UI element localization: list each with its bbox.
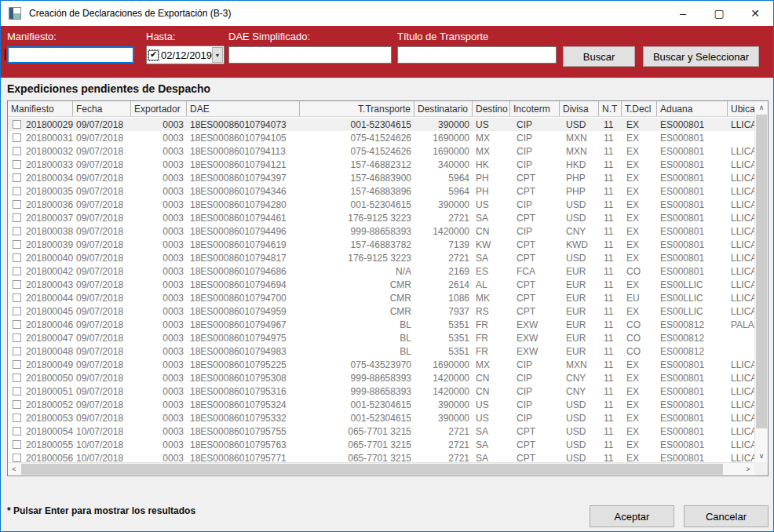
column-header[interactable]: Ubicació [728,101,754,117]
cell: CIP [510,373,560,384]
column-header[interactable]: Manifiesto [8,101,73,117]
cell: 11 [599,253,622,264]
table-row[interactable]: 20180005009/07/2018000318ES0008601079530… [8,371,754,384]
row-checkbox[interactable] [13,454,21,462]
table-row[interactable]: 20180003609/07/2018000318ES0008601079428… [8,198,754,211]
row-checkbox[interactable] [13,414,21,422]
horizontal-scroll-thumb[interactable] [21,464,723,475]
scroll-right-icon[interactable]: > [742,463,754,476]
scroll-left-icon[interactable]: < [8,463,20,476]
table-row[interactable]: 20180003909/07/2018000318ES0008601079461… [8,238,754,251]
chevron-down-icon[interactable]: ▼ [212,47,223,63]
cell: 390000 [414,119,473,130]
column-header[interactable]: Incoterm [510,101,560,117]
buscar-button[interactable]: Buscar [563,46,635,67]
table-row[interactable]: 20180005209/07/2018000318ES0008601079532… [8,398,754,411]
column-header[interactable]: N.T [599,101,622,117]
table-row[interactable]: 20180004409/07/2018000318ES0008601079470… [8,291,754,304]
column-header[interactable]: Exportador [131,101,187,117]
row-checkbox[interactable] [13,227,21,235]
table-row[interactable]: 20180004209/07/2018000318ES0008601079468… [8,264,754,278]
row-checkbox[interactable] [13,240,21,249]
cell: 18ES00086010794280 [187,199,300,210]
table-row[interactable]: 20180003309/07/2018000318ES0008601079412… [8,158,754,171]
vertical-scrollbar[interactable]: ∧ ∨ [754,101,768,462]
scroll-down-icon[interactable]: ∨ [755,450,768,462]
dae-simplificado-input[interactable] [228,46,392,64]
cell: ES00LLIC [657,293,728,304]
table-row[interactable]: 20180003709/07/2018000318ES0008601079446… [8,211,754,224]
table-row[interactable]: 20180004309/07/2018000318ES0008601079469… [8,278,754,291]
table-row[interactable]: 20180004009/07/2018000318ES0008601079481… [8,251,754,264]
table-row[interactable]: 20180002909/07/2018000318ES0008601079407… [8,118,754,131]
minimize-button[interactable]: – [665,1,701,26]
manifiesto-input[interactable] [7,46,134,64]
cancelar-button[interactable]: Cancelar [684,505,769,527]
table-row[interactable]: 20180004909/07/2018000318ES0008601079522… [8,358,754,371]
column-header[interactable]: Destinatario [414,101,473,117]
close-button[interactable]: ✕ [737,1,773,26]
row-checkbox[interactable] [13,333,21,342]
titulo-transporte-input[interactable] [397,46,557,64]
row-checkbox[interactable] [13,427,21,435]
cell: PALAU [728,319,754,330]
cell: 1086 [414,293,473,304]
row-checkbox[interactable] [13,347,21,355]
row-checkbox[interactable] [13,320,21,329]
row-checkbox[interactable] [13,147,21,155]
column-header[interactable]: Divisa [560,101,599,117]
table-row[interactable]: 20180003409/07/2018000318ES0008601079439… [8,171,754,184]
table-row[interactable]: 20180004609/07/2018000318ES0008601079496… [8,318,754,331]
aceptar-button[interactable]: Aceptar [590,505,674,527]
row-checkbox[interactable] [13,400,21,409]
row-checkbox[interactable] [13,160,21,169]
cell: 11 [599,226,622,237]
column-header[interactable]: Aduana [657,101,728,117]
cell: CMR [300,306,414,317]
column-header[interactable]: Fecha [73,101,131,117]
table-row[interactable]: 20180005510/07/2018000318ES0008601079576… [8,438,754,451]
scroll-up-icon[interactable]: ∧ [755,101,768,114]
vertical-scroll-thumb[interactable] [756,115,767,428]
row-checkbox[interactable] [13,120,21,129]
buscar-seleccionar-button[interactable]: Buscar y Seleccionar [643,46,759,67]
table-row[interactable]: 20180003209/07/2018000318ES0008601079411… [8,144,754,158]
row-checkbox[interactable] [13,360,21,369]
row-checkbox[interactable] [13,187,21,195]
row-checkbox[interactable] [13,213,21,222]
table-row[interactable]: 20180004709/07/2018000318ES0008601079497… [8,331,754,344]
row-checkbox[interactable] [13,200,21,209]
column-header[interactable]: T.Transporte [300,101,414,117]
row-checkbox[interactable] [13,267,21,275]
table-row[interactable]: 20180003809/07/2018000318ES0008601079449… [8,224,754,238]
row-checkbox[interactable] [13,253,21,262]
cell: LLICA [728,146,754,157]
hasta-datepicker[interactable]: 02/12/2019 ▼ [146,46,225,64]
row-checkbox[interactable] [13,293,21,302]
row-checkbox[interactable] [13,373,21,382]
maximize-button[interactable]: ▢ [701,1,737,26]
table-row[interactable]: 20180004509/07/2018000318ES0008601079495… [8,304,754,318]
column-header[interactable]: DAE [187,101,300,117]
row-checkbox[interactable] [13,440,21,449]
table-row[interactable]: 20180005309/07/2018000318ES0008601079533… [8,411,754,425]
column-header[interactable]: T.Decl [622,101,657,117]
table-row[interactable]: 20180004809/07/2018000318ES0008601079498… [8,344,754,358]
row-checkbox[interactable] [13,387,21,395]
cell: 201800048 [8,346,73,357]
horizontal-scrollbar[interactable]: < > [8,462,754,476]
cell: EX [622,173,657,184]
table-row[interactable]: 20180003509/07/2018000318ES0008601079434… [8,184,754,198]
row-checkbox[interactable] [13,280,21,289]
table-row[interactable]: 20180005410/07/2018000318ES0008601079575… [8,425,754,438]
column-header[interactable]: Destino [473,101,510,117]
cell: CN [473,386,510,397]
cell: LLICA [728,226,754,237]
row-checkbox[interactable] [13,133,21,142]
cell: 18ES00086010795308 [187,373,300,384]
table-row[interactable]: 20180003109/07/2018000318ES0008601079410… [8,131,754,144]
table-row[interactable]: 20180005109/07/2018000318ES0008601079531… [8,384,754,398]
row-checkbox[interactable] [13,173,21,182]
row-checkbox[interactable] [13,307,21,315]
hasta-checkbox[interactable] [148,50,159,60]
